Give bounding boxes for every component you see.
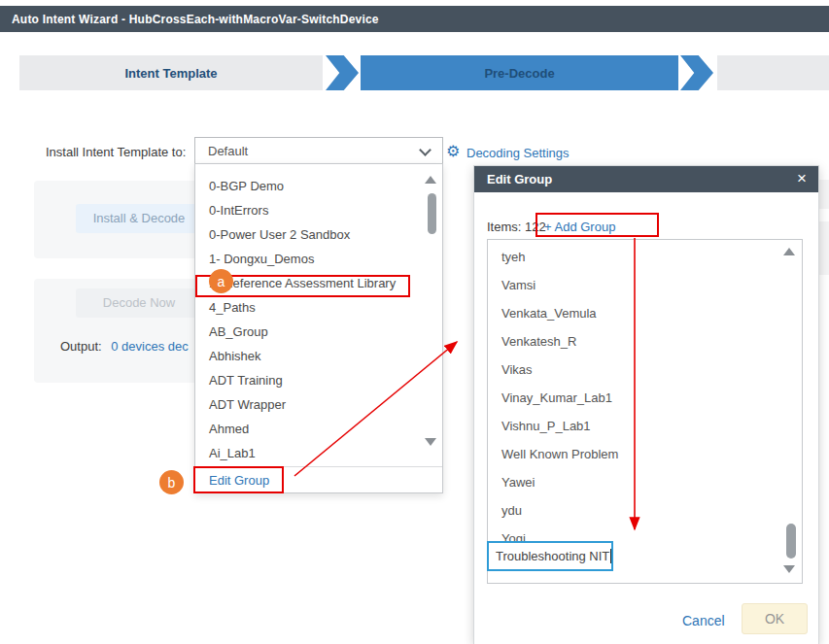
dropdown-item[interactable]: 1- Dongxu_Demos: [195, 247, 442, 271]
decoding-settings-link[interactable]: Decoding Settings: [466, 146, 570, 160]
dropdown-item[interactable]: 0-IntErrors: [195, 198, 442, 222]
dropdown-item[interactable]: 0-BGP Demo: [195, 174, 442, 198]
group-listbox: tyeh Vamsi Venkata_Vemula Venkatesh_R Vi…: [487, 239, 803, 584]
dropdown-item[interactable]: ADT Wrapper: [195, 392, 442, 417]
dropdown-item[interactable]: AB_Group: [195, 320, 442, 344]
group-list-item[interactable]: Vinay_Kumar_Lab1: [488, 384, 802, 412]
group-list-item[interactable]: Vamsi: [488, 271, 802, 299]
dropdown-item[interactable]: Abhishek: [195, 344, 442, 368]
install-template-label: Install Intent Template to:: [46, 145, 186, 159]
scroll-down-icon[interactable]: [783, 565, 795, 573]
auto-intent-wizard-window: Auto Intent Wizard - HubCrossEach-withMa…: [0, 0, 829, 644]
tab-pre-decode-label: Pre-Decode: [484, 66, 554, 81]
decode-now-button[interactable]: Decode Now: [76, 288, 202, 318]
dropdown-item[interactable]: 0-Power User 2 Sandbox: [195, 222, 442, 247]
dropdown-item[interactable]: ADT Training: [195, 368, 442, 392]
text-cursor: [610, 549, 611, 563]
output-label: Output:: [60, 339, 102, 354]
group-list-item[interactable]: Vishnu_P_Lab1: [488, 412, 802, 440]
title-bar: Auto Intent Wizard - HubCrossEach-withMa…: [0, 6, 829, 32]
new-group-input[interactable]: Troubleshooting NIT: [487, 541, 613, 571]
annotation-marker-a: a: [209, 269, 233, 293]
dropdown-footer: Edit Group: [195, 466, 442, 493]
group-list-item[interactable]: Vikas: [488, 356, 802, 384]
scroll-up-icon[interactable]: [425, 176, 436, 184]
scroll-up-icon[interactable]: [783, 248, 795, 255]
scrollbar-thumb[interactable]: [786, 524, 796, 559]
gear-icon[interactable]: ⚙: [446, 142, 460, 160]
template-group-dropdown-value: Default: [208, 144, 248, 158]
dropdown-item[interactable]: Ai_Lab1: [195, 441, 442, 463]
edit-group-panel-title: Edit Group: [487, 172, 552, 186]
window-title: Auto Intent Wizard - HubCrossEach-withMa…: [12, 13, 379, 26]
close-icon[interactable]: ×: [797, 169, 807, 188]
group-list-item[interactable]: Venkatesh_R: [488, 327, 802, 356]
chevron-down-icon: [419, 144, 432, 156]
group-list-item[interactable]: ydu: [488, 496, 802, 525]
add-group-link[interactable]: + Add Group: [544, 220, 615, 234]
step-chevron-icon: [680, 55, 713, 90]
tab-intent-template[interactable]: Intent Template: [19, 55, 323, 90]
scrollbar-thumb[interactable]: [428, 193, 436, 234]
devices-decoded-link[interactable]: 0 devices dec: [111, 339, 189, 354]
edit-group-panel: Edit Group × Items: 122 + Add Group tyeh…: [473, 165, 819, 644]
template-group-dropdown-list: 0-BGP Demo 0-IntErrors 0-Power User 2 Sa…: [194, 163, 443, 493]
ok-button[interactable]: OK: [742, 603, 808, 634]
template-group-dropdown[interactable]: Default: [194, 137, 443, 164]
edit-group-panel-header: Edit Group: [474, 166, 818, 192]
annotation-marker-b: b: [159, 470, 184, 494]
items-count-label: Items: 122: [487, 220, 546, 234]
tab-intent-template-label: Intent Template: [124, 66, 217, 81]
background-fragment: [819, 180, 829, 209]
group-list-item[interactable]: Venkata_Vemula: [488, 299, 802, 327]
new-group-input-value: Troubleshooting NIT: [496, 549, 609, 563]
tab-pre-decode[interactable]: Pre-Decode: [361, 55, 678, 90]
output-row: Output: 0 devices dec: [60, 339, 189, 354]
scroll-down-icon[interactable]: [425, 438, 436, 446]
group-list-item[interactable]: tyeh: [488, 243, 802, 271]
dropdown-item[interactable]: 4_Paths: [195, 295, 442, 320]
step-chevron-icon: [326, 55, 359, 90]
group-list-item[interactable]: Well Known Problem: [488, 440, 802, 468]
group-list-item[interactable]: Yawei: [488, 468, 802, 496]
background-fragment: [819, 221, 829, 275]
cancel-button[interactable]: Cancel: [682, 613, 725, 628]
edit-group-link[interactable]: Edit Group: [209, 473, 269, 488]
dropdown-item[interactable]: Ahmed: [195, 417, 442, 441]
group-list: tyeh Vamsi Venkata_Vemula Venkatesh_R Vi…: [488, 243, 802, 553]
dropdown-items: 0-BGP Demo 0-IntErrors 0-Power User 2 Sa…: [195, 174, 442, 463]
install-and-decode-button[interactable]: Install & Decode: [76, 204, 202, 233]
tab-next-placeholder: [717, 55, 829, 90]
